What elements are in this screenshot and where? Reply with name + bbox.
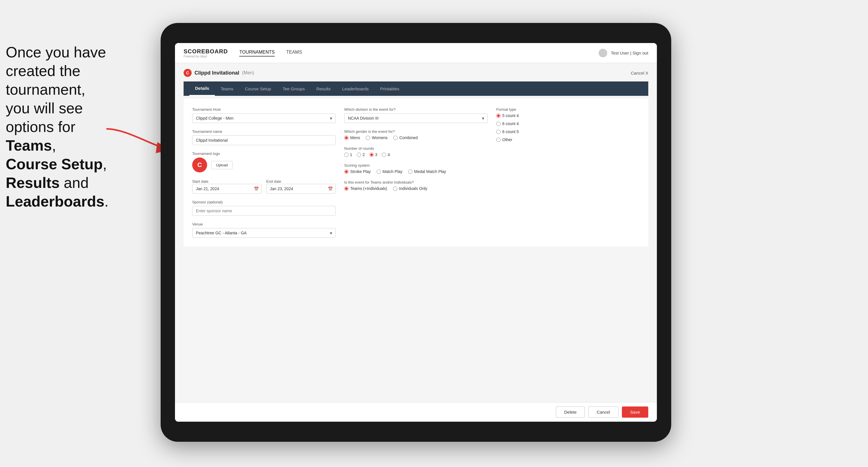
nav-links: TOURNAMENTS TEAMS: [239, 50, 302, 57]
gender-combined[interactable]: Combined: [393, 135, 417, 140]
avatar: [599, 49, 607, 57]
gender-mens-label: Mens: [350, 135, 360, 140]
division-select[interactable]: NCAA Division III: [344, 113, 488, 123]
rounds-label: Number of rounds: [344, 146, 488, 151]
logo-title: SCOREBOARD: [184, 48, 228, 55]
tab-printables[interactable]: Printables: [374, 82, 405, 96]
tablet-device: SCOREBOARD Powered by clippd TOURNAMENTS…: [161, 23, 671, 442]
scoring-medal[interactable]: Medal Match Play: [408, 169, 446, 174]
cancel-top-button[interactable]: Cancel X: [631, 70, 648, 75]
start-date-label: Start date: [192, 179, 208, 184]
tournament-name-input[interactable]: [192, 135, 336, 145]
nav-left: SCOREBOARD Powered by clippd TOURNAMENTS…: [184, 48, 302, 58]
teams-plus-individuals[interactable]: Teams (+Individuals): [344, 186, 387, 191]
content-area: C Clippd Invitational (Men) Cancel X Det…: [175, 63, 657, 402]
tournament-host-select-wrap: Clippd College - Men: [192, 113, 336, 123]
nav-link-tournaments[interactable]: TOURNAMENTS: [239, 50, 275, 57]
venue-select-wrap: Peachtree GC - Atlanta - GA: [192, 228, 336, 238]
tab-tee-groups[interactable]: Tee Groups: [277, 82, 311, 96]
scoring-match[interactable]: Match Play: [377, 169, 402, 174]
rounds-1[interactable]: 1: [344, 152, 352, 157]
format-6count4[interactable]: 6 count 4: [496, 121, 640, 126]
dates-group: Start date 📅 End date: [192, 179, 336, 194]
save-button[interactable]: Save: [622, 406, 648, 418]
logo-preview: C: [192, 157, 207, 173]
form-column-1: Tournament Host Clippd College - Men Tou…: [192, 107, 336, 238]
end-date-wrap: 📅: [266, 184, 336, 194]
delete-button[interactable]: Delete: [556, 406, 585, 418]
sponsor-input[interactable]: [192, 206, 336, 216]
tab-course-setup[interactable]: Course Setup: [239, 82, 277, 96]
gender-womens-label: Womens: [372, 135, 388, 140]
breadcrumb-row: C Clippd Invitational (Men) Cancel X: [184, 69, 648, 77]
scoring-radio-row: Stroke Play Match Play Medal Match Play: [344, 169, 488, 174]
sponsor-label: Sponsor (optional): [192, 200, 336, 204]
venue-select[interactable]: Peachtree GC - Atlanta - GA: [192, 228, 336, 238]
breadcrumb: C Clippd Invitational (Men): [184, 69, 254, 77]
start-date-input[interactable]: [192, 184, 261, 194]
individuals-only[interactable]: Individuals Only: [393, 186, 427, 191]
end-date-label: End date: [266, 179, 281, 184]
format-options: 5 count 4 6 count 4 6 count 5 Other: [496, 113, 640, 142]
format-5count4[interactable]: 5 count 4: [496, 113, 640, 118]
format-other[interactable]: Other: [496, 137, 640, 142]
rounds-radio-row: 1 2 3 4: [344, 152, 488, 157]
venue-group: Venue Peachtree GC - Atlanta - GA: [192, 222, 336, 238]
tab-details[interactable]: Details: [189, 82, 215, 96]
scoring-group: Scoring system Stroke Play Match Play Me…: [344, 163, 488, 174]
scoring-stroke[interactable]: Stroke Play: [344, 169, 371, 174]
tournament-name: Clippd Invitational: [194, 70, 239, 76]
gender-combined-label: Combined: [399, 135, 417, 140]
logo-area: SCOREBOARD Powered by clippd: [184, 48, 228, 58]
venue-label: Venue: [192, 222, 336, 226]
form-column-3: Format type 5 count 4 6 count 4 6 count …: [496, 107, 640, 238]
gender-mens[interactable]: Mens: [344, 135, 360, 140]
tournament-logo-label: Tournament logo: [192, 152, 336, 156]
rounds-2[interactable]: 2: [357, 152, 365, 157]
user-sign-out[interactable]: Test User | Sign out: [611, 51, 648, 55]
format-group: Format type 5 count 4 6 count 4 6 count …: [496, 107, 640, 142]
tournament-icon: C: [184, 69, 192, 77]
bottom-bar: Delete Cancel Save: [175, 402, 657, 422]
tournament-host-select[interactable]: Clippd College - Men: [192, 113, 336, 123]
gender-womens[interactable]: Womens: [366, 135, 388, 140]
nav-link-teams[interactable]: TEAMS: [286, 50, 302, 57]
tournament-host-label: Tournament Host: [192, 107, 336, 112]
logo-subtitle: Powered by clippd: [184, 55, 228, 58]
top-nav: SCOREBOARD Powered by clippd TOURNAMENTS…: [175, 43, 657, 63]
tab-leaderboards[interactable]: Leaderboards: [337, 82, 375, 96]
instruction-text: Once you have created the tournament, yo…: [0, 43, 121, 211]
cancel-button[interactable]: Cancel: [588, 406, 618, 418]
calendar-icon-start: 📅: [254, 186, 259, 191]
teams-individuals-label: Is this event for Teams and/or Individua…: [344, 180, 488, 184]
tournament-host-group: Tournament Host Clippd College - Men: [192, 107, 336, 123]
gender-group: Which gender is the event for? Mens Wome…: [344, 129, 488, 140]
division-group: Which division is the event for? NCAA Di…: [344, 107, 488, 123]
rounds-4[interactable]: 4: [382, 152, 390, 157]
start-date-wrap: 📅: [192, 184, 261, 194]
gender-radio-row: Mens Womens Combined: [344, 135, 488, 140]
form-column-2: Which division is the event for? NCAA Di…: [344, 107, 488, 238]
format-6count5[interactable]: 6 count 5: [496, 129, 640, 134]
upload-button[interactable]: Upload: [211, 161, 232, 169]
teams-individuals-group: Is this event for Teams and/or Individua…: [344, 180, 488, 191]
tab-teams[interactable]: Teams: [215, 82, 239, 96]
calendar-icon-end: 📅: [328, 186, 333, 191]
nav-right: Test User | Sign out: [599, 49, 648, 57]
tournament-name-label: Tournament name: [192, 129, 336, 134]
tab-results[interactable]: Results: [311, 82, 337, 96]
rounds-3[interactable]: 3: [369, 152, 377, 157]
end-date-input[interactable]: [266, 184, 336, 194]
division-select-wrap: NCAA Division III: [344, 113, 488, 123]
sponsor-group: Sponsor (optional): [192, 200, 336, 216]
rounds-group: Number of rounds 1 2 3: [344, 146, 488, 157]
format-label: Format type: [496, 107, 640, 112]
form-grid: Tournament Host Clippd College - Men Tou…: [192, 107, 640, 238]
tablet-screen: SCOREBOARD Powered by clippd TOURNAMENTS…: [175, 43, 657, 422]
tournament-logo-group: Tournament logo C Upload: [192, 152, 336, 173]
tournament-sub: (Men): [242, 70, 254, 75]
teams-radio-row: Teams (+Individuals) Individuals Only: [344, 186, 488, 191]
tournament-name-group: Tournament name: [192, 129, 336, 145]
tab-bar: Details Teams Course Setup Tee Groups Re…: [184, 82, 648, 96]
form-card: Tournament Host Clippd College - Men Tou…: [184, 99, 648, 246]
